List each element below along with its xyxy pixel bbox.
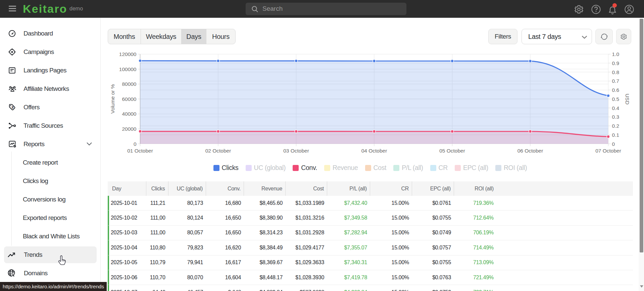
svg-text:0.1: 0.1 (612, 132, 620, 138)
svg-text:20000: 20000 (122, 126, 136, 132)
svg-text:USD: USD (625, 94, 630, 105)
svg-text:0.3: 0.3 (612, 114, 620, 120)
svg-text:Volume or %: Volume or % (110, 84, 115, 114)
svg-text:$: $ (11, 105, 14, 109)
svg-text:0.6: 0.6 (612, 87, 620, 93)
svg-text:05 October: 05 October (439, 148, 465, 154)
svg-text:60000: 60000 (122, 96, 136, 102)
svg-text:04 October: 04 October (361, 148, 387, 154)
svg-text:0.2: 0.2 (612, 123, 620, 129)
svg-text:03 October: 03 October (283, 148, 309, 154)
svg-text:0: 0 (612, 141, 615, 147)
svg-text:0.5: 0.5 (612, 96, 620, 102)
svg-text:1.0: 1.0 (612, 51, 620, 57)
svg-text:07 October: 07 October (595, 148, 621, 154)
svg-text:0.8: 0.8 (612, 69, 620, 75)
svg-text:120000: 120000 (119, 51, 137, 57)
svg-text:80000: 80000 (122, 81, 136, 87)
svg-text:02 October: 02 October (205, 148, 231, 154)
svg-text:40000: 40000 (122, 111, 136, 117)
svg-text:100000: 100000 (119, 66, 137, 72)
svg-text:0: 0 (134, 141, 137, 147)
svg-text:01 October: 01 October (127, 148, 153, 154)
svg-text:0.9: 0.9 (612, 60, 620, 66)
svg-text:06 October: 06 October (517, 148, 543, 154)
svg-text:0.4: 0.4 (612, 105, 620, 111)
svg-text:0.7: 0.7 (612, 78, 620, 84)
